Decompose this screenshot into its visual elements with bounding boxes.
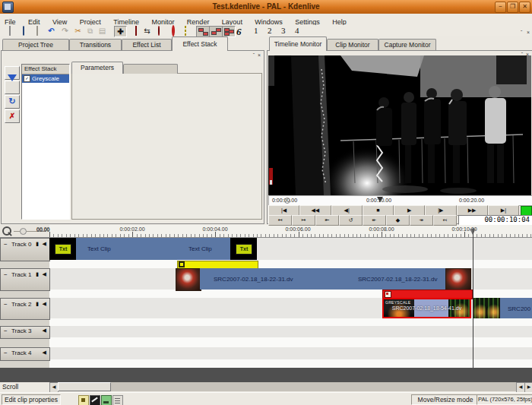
loop-button[interactable]: ↺ (339, 215, 363, 226)
video-track-icon[interactable]: ▮ (36, 301, 39, 307)
zone-end-button[interactable]: ↦ (292, 215, 315, 226)
video-track-icon[interactable]: ▮ (36, 271, 39, 277)
mute-track-icon[interactable]: ◀ (43, 327, 46, 334)
text-tool-icon[interactable] (78, 395, 89, 405)
text-clip[interactable]: Txt Txt Text Clip Text Clip (49, 238, 257, 260)
tab-clip-monitor[interactable]: Clip Monitor (327, 39, 378, 50)
add-marker-button[interactable]: ◆ (386, 215, 410, 226)
tab-effect-stack[interactable]: Effect Stack (172, 36, 228, 51)
open-project-icon[interactable] (17, 26, 29, 36)
prev-marker-button[interactable]: ↞ (363, 215, 386, 226)
record-icon[interactable] (153, 26, 164, 36)
effect-down-button[interactable] (5, 81, 20, 94)
minimize-button[interactable]: − (495, 2, 506, 13)
razor-tool-icon[interactable] (130, 26, 141, 36)
cut-icon[interactable]: ✂ (72, 26, 84, 36)
track-row-3[interactable] (49, 326, 532, 337)
video-clip-3[interactable]: SRC200 (473, 298, 532, 318)
panel-float-icon[interactable]: ˆ (253, 52, 255, 58)
track-row-4[interactable] (49, 347, 532, 359)
collapse-track-icon[interactable]: − (4, 271, 8, 278)
goto-start-button[interactable]: |◀ (268, 205, 299, 216)
collapse-track-icon[interactable]: − (4, 327, 8, 334)
back-button[interactable]: ↢ (433, 215, 457, 226)
view-mode-3-icon[interactable] (222, 26, 236, 37)
effect-stack-list-header: Effect Stack (22, 65, 69, 74)
track-header-1[interactable]: − Track 1 ▮ ◀ (0, 268, 50, 291)
effect-item-greyscale[interactable]: Greyscale (22, 74, 69, 83)
zone-start-button[interactable]: ↤ (268, 215, 292, 226)
stop-playback-button[interactable]: ■ (363, 205, 394, 216)
tab-parameters[interactable]: Parameters (71, 62, 123, 74)
monitor-zone-marker[interactable] (284, 198, 290, 204)
monitor-playhead-marker[interactable] (377, 197, 383, 202)
save-icon[interactable] (31, 26, 43, 36)
tab-effect-list[interactable]: Effect List (122, 39, 172, 50)
monitor-screen-icon[interactable] (101, 395, 112, 405)
rewind-button[interactable]: ◀◀ (299, 205, 331, 216)
horizontal-scrollbar[interactable] (49, 382, 532, 391)
redo-icon[interactable]: ↷ (59, 26, 71, 36)
effect-delete-button[interactable]: ✗ (5, 109, 20, 123)
status-bar: Edit clip properties Move/Resize mode PA… (0, 392, 532, 405)
collapse-track-icon[interactable]: − (4, 301, 8, 308)
scroll-right-end-icon[interactable]: ▶ (524, 382, 532, 393)
new-document-icon[interactable] (4, 26, 15, 36)
scrollbar-thumb[interactable] (58, 382, 111, 391)
maximize-button[interactable]: ❐ (507, 2, 518, 13)
copy-icon[interactable]: ⧉ (84, 26, 96, 36)
spacer-tool-icon[interactable]: ⇆ (141, 26, 153, 36)
mute-track-icon[interactable]: ◀ (43, 350, 46, 356)
zone-play-button[interactable]: ⇤ (315, 215, 339, 226)
zoom-preset-1[interactable]: 1 (254, 26, 258, 35)
view-mode-1-icon[interactable] (196, 26, 210, 37)
video-clip-2-selected[interactable]: GREYSCALE SRC2007-02.18_18-54-41.dv (382, 298, 471, 318)
track-header-4[interactable]: − Track 4 ◀ (0, 347, 50, 361)
collapse-track-icon[interactable]: − (4, 241, 8, 248)
stop-icon[interactable] (167, 26, 179, 36)
dock-close-icon[interactable]: × (527, 30, 530, 35)
monitor-ruler[interactable]: 0:00:00.00 0:00:10.00 0:00:20.00 (268, 195, 532, 206)
mute-track-icon[interactable]: ◀ (43, 301, 46, 307)
track-header-0[interactable]: − Track 0 ▮ ◀ (0, 238, 50, 261)
frame-forward-button[interactable]: |▶ (425, 205, 456, 216)
track-header-3[interactable]: − Track 3 ◀ (0, 326, 50, 339)
timeline-playhead-line[interactable] (473, 228, 473, 368)
mute-track-icon[interactable]: ◀ (43, 241, 46, 247)
title-bar[interactable]: Test.kdenlive - PAL - Kdenlive − ❐ ✕ (0, 0, 532, 14)
effect-enabled-checkbox[interactable] (24, 75, 30, 82)
bw-clip-icon[interactable] (90, 395, 100, 405)
edit-clip-properties-cell[interactable]: Edit clip properties (2, 394, 61, 405)
timecode-display[interactable]: 00:00:10:04 (458, 215, 532, 225)
dock-float-icon[interactable]: ˆ (521, 30, 522, 35)
marker-icon[interactable] (179, 26, 191, 36)
play-button[interactable]: ▶ (394, 205, 425, 216)
view-mode-2-icon[interactable] (209, 26, 223, 37)
undo-icon[interactable]: ↶ (46, 26, 57, 36)
left-dock-tabbar: Project Tree Transitions Effect List Eff… (0, 36, 264, 50)
goto-end-button[interactable]: ▶| (488, 205, 519, 216)
timeline-ruler[interactable]: 00.00 0:00:02.00 0:00:04.00 0:00:06.00 0… (49, 225, 532, 238)
mute-track-icon[interactable]: ◀ (43, 271, 46, 277)
frame-back-button[interactable]: ◀| (331, 205, 363, 216)
next-marker-button[interactable]: ↠ (410, 215, 433, 226)
move-tool-icon[interactable]: ✚ (114, 26, 127, 37)
tab-capture-monitor[interactable]: Capture Monitor (378, 39, 436, 50)
panel-close-icon[interactable]: × (258, 52, 261, 58)
zoom-preset-4[interactable]: 4 (295, 26, 299, 35)
tab-transitions[interactable]: Transitions (69, 39, 122, 50)
zoom-preset-3[interactable]: 3 (281, 26, 286, 35)
fast-forward-button[interactable]: ▶▶ (457, 205, 488, 216)
zoom-slider-knob[interactable] (20, 228, 27, 235)
close-button[interactable]: ✕ (519, 2, 530, 13)
tab-timeline-monitor[interactable]: Timeline Monitor (269, 36, 327, 51)
collapse-track-icon[interactable]: − (4, 350, 8, 356)
video-track-icon[interactable]: ▮ (36, 241, 39, 247)
zoom-preset-2[interactable]: 2 (268, 26, 272, 35)
track-header-2[interactable]: − Track 2 ▮ ◀ (0, 298, 50, 320)
list-view-icon[interactable] (112, 395, 123, 405)
tab-project-tree[interactable]: Project Tree (2, 39, 69, 50)
video-clip-1[interactable]: SRC2007-02.18_18-22-31.dv SRC2007-02.18_… (176, 268, 470, 290)
paste-icon[interactable]: ▤ (97, 26, 108, 36)
effect-reset-button[interactable]: ↻ (5, 95, 20, 109)
